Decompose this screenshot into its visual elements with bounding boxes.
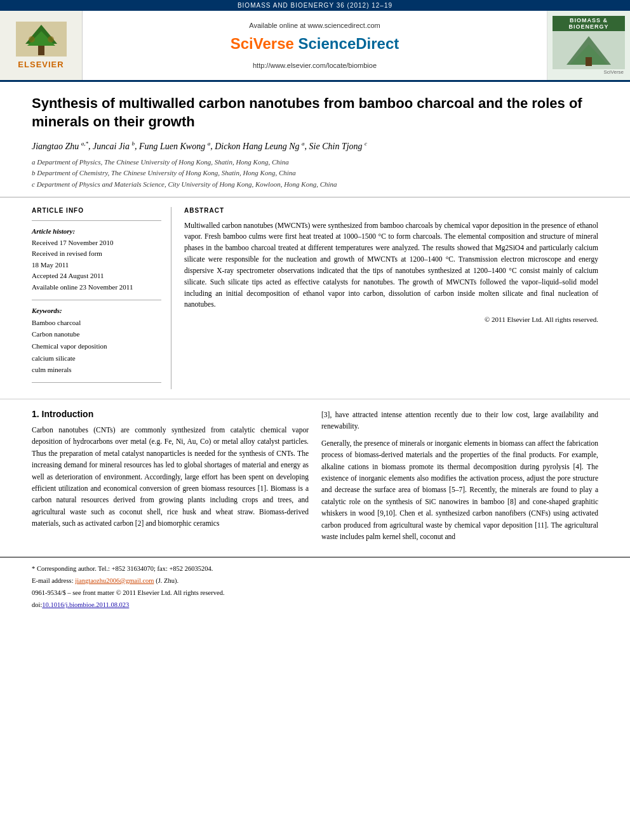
journal-logo: BIOMASS &BIOENERGY SciVerse — [547, 11, 630, 80]
keyword-2: Carbon nanotube — [32, 328, 161, 340]
keyword-1: Bamboo charcoal — [32, 317, 161, 329]
author-1: Jiangtao Zhu a,*, Juncai Jia b, Fung Lue… — [32, 142, 367, 151]
intro-paragraph-right-2: Generally, the presence of minerals or i… — [321, 437, 598, 543]
journal-title: BIOMASS AND BIOENERGY 36 (2012) 12–19 — [238, 2, 392, 9]
keyword-5: culm minerals — [32, 364, 161, 376]
email-link[interactable]: jiangtaozhu2006@gmail.com — [75, 577, 154, 584]
accepted-date: Accepted 24 August 2011 — [32, 270, 161, 282]
sciverse-brand: SciVerse ScienceDirect — [231, 35, 399, 53]
abstract-panel: ABSTRACT Multiwalled carbon nanotubes (M… — [184, 207, 598, 389]
affiliations: a Department of Physics, The Chinese Uni… — [32, 157, 598, 190]
keyword-4: calcium silicate — [32, 352, 161, 364]
journal-header-bar: BIOMASS AND BIOENERGY 36 (2012) 12–19 — [0, 0, 630, 11]
article-info-abstract-section: ARTICLE INFO Article history: Received 1… — [0, 197, 630, 399]
journal-url: http://www.elsevier.com/locate/biombioe — [253, 62, 377, 69]
keyword-3: Chemical vapor deposition — [32, 340, 161, 352]
elsevier-tree-image — [16, 22, 67, 57]
introduction-heading: 1. Introduction — [32, 409, 309, 419]
article-info-heading: ARTICLE INFO — [32, 207, 161, 214]
svg-rect-9 — [586, 57, 592, 66]
journal-logo-image — [553, 31, 625, 69]
issn-note: 0961-9534/$ – see front matter © 2011 El… — [32, 588, 598, 599]
email-label: E-mail address: — [32, 577, 74, 584]
left-column: 1. Introduction Carbon nanotubes (CNTs) … — [32, 409, 309, 547]
article-info-panel: ARTICLE INFO Article history: Received 1… — [32, 207, 171, 389]
header-section: ELSEVIER Available online at www.science… — [0, 11, 630, 82]
affiliation-b: b Department of Chemistry, The Chinese U… — [32, 168, 598, 179]
corresponding-label: * Corresponding author. Tel.: +852 31634… — [32, 565, 213, 572]
revised-label: Received in revised form — [32, 248, 161, 260]
intro-paragraph-left: Carbon nanotubes (CNTs) are commonly syn… — [32, 424, 309, 530]
paper-title-section: Synthesis of multiwalled carbon nanotube… — [0, 82, 630, 197]
affiliation-c: c Department of Physics and Materials Sc… — [32, 179, 598, 190]
svg-point-4 — [29, 36, 35, 43]
available-text: Available online at www.sciencedirect.co… — [249, 22, 380, 29]
keywords-label: Keywords: — [32, 307, 161, 314]
main-body: 1. Introduction Carbon nanotubes (CNTs) … — [0, 399, 630, 557]
right-column: [3], have attracted intense attention re… — [321, 409, 598, 547]
paper-title: Synthesis of multiwalled carbon nanotube… — [32, 95, 598, 131]
received-date: Received 17 November 2010 — [32, 237, 161, 249]
sciverse-center: Available online at www.sciencedirect.co… — [83, 11, 547, 80]
doi-label: doi: — [32, 601, 42, 608]
abstract-heading: ABSTRACT — [184, 207, 598, 214]
sciverse-part: SciVerse — [231, 35, 298, 52]
sciencedirect-part: ScienceDirect — [298, 35, 399, 52]
abstract-text: Multiwalled carbon nanotubes (MWCNTs) we… — [184, 220, 598, 311]
elsevier-logo: ELSEVIER — [0, 11, 83, 80]
email-note: E-mail address: jiangtaozhu2006@gmail.co… — [32, 576, 598, 587]
affiliation-a: a Department of Physics, The Chinese Uni… — [32, 157, 598, 168]
article-history: Received 17 November 2010 Received in re… — [32, 237, 161, 293]
doi-link[interactable]: 10.1016/j.biombioe.2011.08.023 — [42, 601, 129, 608]
email-suffix: (J. Zhu). — [156, 577, 178, 584]
authors-line: Jiangtao Zhu a,*, Juncai Jia b, Fung Lue… — [32, 140, 598, 152]
intro-paragraph-right-1: [3], have attracted intense attention re… — [321, 409, 598, 432]
journal-logo-header: BIOMASS &BIOENERGY — [553, 16, 625, 31]
corresponding-author-note: * Corresponding author. Tel.: +852 31634… — [32, 564, 598, 575]
history-label: Article history: — [32, 227, 161, 235]
journal-logo-sciverse: SciVerse — [553, 69, 625, 75]
revised-date: 18 May 2011 — [32, 260, 161, 271]
copyright-text: © 2011 Elsevier Ltd. All rights reserved… — [184, 316, 598, 323]
svg-point-5 — [48, 36, 54, 43]
available-date: Available online 23 November 2011 — [32, 282, 161, 293]
elsevier-brand-text: ELSEVIER — [18, 60, 64, 69]
footer-notes: * Corresponding author. Tel.: +852 31634… — [0, 557, 630, 618]
doi-note: doi:10.1016/j.biombioe.2011.08.023 — [32, 600, 598, 611]
